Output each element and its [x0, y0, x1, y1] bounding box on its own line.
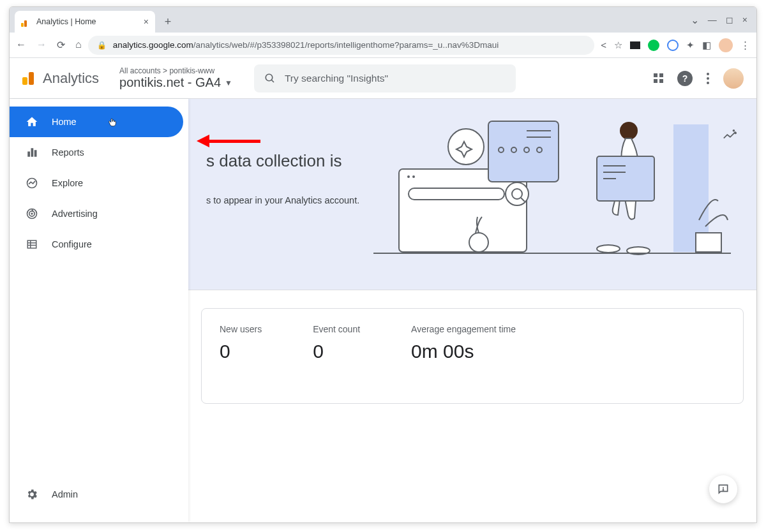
- sidebar-item-reports[interactable]: Reports: [10, 137, 183, 168]
- svg-rect-9: [27, 240, 36, 248]
- svg-point-16: [407, 175, 410, 178]
- tab-search-icon[interactable]: ⌄: [691, 14, 699, 26]
- browser-window: Analytics | Home × + ⌄ — ◻ × ← → ⟳ ⌂ 🔒 a…: [9, 6, 757, 523]
- tab-title: Analytics | Home: [36, 17, 96, 26]
- reports-icon: [25, 147, 39, 158]
- svg-point-17: [412, 175, 415, 178]
- extension-1-icon[interactable]: [630, 41, 640, 49]
- favicon-analytics-icon: [21, 17, 31, 27]
- app-header: Analytics All accounts > pontikis-www po…: [10, 58, 756, 99]
- metric-label: Average engagement time: [411, 324, 516, 334]
- metric-value: 0: [313, 341, 360, 362]
- metric-value: 0: [220, 341, 262, 362]
- sidebar: Home Reports Explore: [10, 99, 188, 522]
- extension-location-icon[interactable]: [667, 40, 679, 51]
- minimize-icon[interactable]: —: [708, 15, 717, 25]
- lock-icon: 🔒: [97, 41, 107, 50]
- back-icon[interactable]: ←: [16, 39, 26, 51]
- product-name: Analytics: [43, 70, 99, 87]
- url-text: analytics.google.com/analytics/web/#/p35…: [113, 40, 499, 50]
- sidebar-item-label: Home: [52, 117, 77, 127]
- sidebar-item-advertising[interactable]: Advertising: [10, 198, 183, 229]
- svg-point-41: [723, 490, 723, 491]
- metric-value: 0m 00s: [411, 341, 516, 362]
- main-content: s data collection is s to appear in your…: [188, 99, 756, 522]
- browser-tab[interactable]: Analytics | Home ×: [15, 11, 155, 33]
- sidebar-item-label: Advertising: [52, 209, 98, 219]
- window-controls: ⌄ — ◻ ×: [691, 7, 756, 33]
- forward-icon[interactable]: →: [36, 39, 47, 51]
- sidebar-item-admin[interactable]: Admin: [10, 479, 183, 510]
- apps-grid-icon[interactable]: [654, 73, 663, 83]
- svg-rect-30: [469, 233, 488, 252]
- chevron-down-icon: ▼: [225, 78, 232, 87]
- home-icon: [25, 115, 39, 128]
- svg-point-8: [31, 213, 33, 214]
- sidebar-item-label: Explore: [52, 178, 83, 188]
- svg-point-0: [266, 74, 273, 81]
- close-window-icon[interactable]: ×: [742, 15, 747, 25]
- configure-icon: [25, 239, 39, 250]
- advertising-icon: [25, 207, 39, 220]
- sidebar-item-label: Reports: [52, 147, 84, 158]
- sidepanel-icon[interactable]: ◧: [702, 40, 711, 51]
- account-selector[interactable]: All accounts > pontikis-www pontikis.net…: [119, 66, 232, 90]
- svg-point-31: [620, 122, 638, 140]
- sidebar-item-label: Admin: [52, 489, 78, 499]
- sidebar-item-explore[interactable]: Explore: [10, 168, 183, 198]
- sidebar-item-home[interactable]: Home: [10, 107, 183, 137]
- user-avatar[interactable]: [723, 68, 744, 89]
- share-icon[interactable]: <: [601, 40, 606, 50]
- annotation-arrow: [197, 135, 260, 147]
- gear-icon: [25, 488, 39, 501]
- analytics-logo-icon: [22, 72, 34, 85]
- metric-label: Event count: [313, 324, 360, 334]
- search-icon: [264, 73, 276, 84]
- home-nav-icon[interactable]: ⌂: [75, 39, 82, 51]
- hero-banner: s data collection is s to appear in your…: [188, 99, 756, 290]
- bookmark-icon[interactable]: ☆: [614, 40, 622, 51]
- browser-toolbar: ← → ⟳ ⌂ 🔒 analytics.google.com/analytics…: [10, 33, 756, 58]
- metrics-card: New users 0 Event count 0 Average engage…: [201, 308, 744, 404]
- sidebar-item-label: Configure: [52, 239, 92, 249]
- metric-label: New users: [220, 324, 262, 334]
- app-body: Home Reports Explore: [10, 99, 756, 522]
- address-bar[interactable]: 🔒 analytics.google.com/analytics/web/#/p…: [88, 36, 595, 55]
- chrome-menu-icon[interactable]: ⋮: [740, 40, 750, 51]
- metric-engagement-time: Average engagement time 0m 00s: [411, 324, 516, 388]
- tab-strip: Analytics | Home × + ⌄ — ◻ ×: [10, 7, 756, 33]
- extension-grammarly-icon[interactable]: [648, 40, 659, 51]
- property-name: pontikis.net - GA4 ▼: [119, 75, 232, 90]
- more-vert-icon[interactable]: [707, 73, 709, 84]
- cursor-hand-icon: [107, 116, 117, 128]
- explore-icon: [25, 177, 39, 189]
- svg-point-14: [735, 133, 736, 134]
- account-breadcrumb: All accounts > pontikis-www: [119, 66, 232, 75]
- new-tab-button[interactable]: +: [159, 13, 177, 31]
- hero-illustration: [373, 118, 731, 271]
- metric-event-count: Event count 0: [313, 324, 360, 388]
- toolbar-actions: < ☆ ✦ ◧ ⋮: [601, 38, 750, 52]
- profile-avatar-small[interactable]: [719, 38, 733, 52]
- extensions-puzzle-icon[interactable]: ✦: [686, 40, 695, 51]
- maximize-icon[interactable]: ◻: [726, 15, 733, 25]
- svg-rect-3: [31, 148, 34, 157]
- help-icon[interactable]: ?: [677, 71, 693, 86]
- svg-point-13: [733, 130, 735, 131]
- sidebar-item-configure[interactable]: Configure: [10, 229, 183, 260]
- metric-new-users: New users 0: [220, 324, 262, 388]
- tab-close-icon[interactable]: ×: [144, 17, 149, 27]
- svg-line-1: [271, 80, 274, 82]
- reload-icon[interactable]: ⟳: [57, 39, 65, 51]
- svg-point-36: [597, 245, 620, 253]
- svg-rect-4: [34, 150, 37, 157]
- search-placeholder: Try searching "Insights": [285, 73, 388, 84]
- svg-point-19: [506, 182, 529, 205]
- svg-rect-2: [27, 152, 30, 157]
- search-input[interactable]: Try searching "Insights": [254, 64, 516, 92]
- feedback-button[interactable]: [709, 475, 737, 503]
